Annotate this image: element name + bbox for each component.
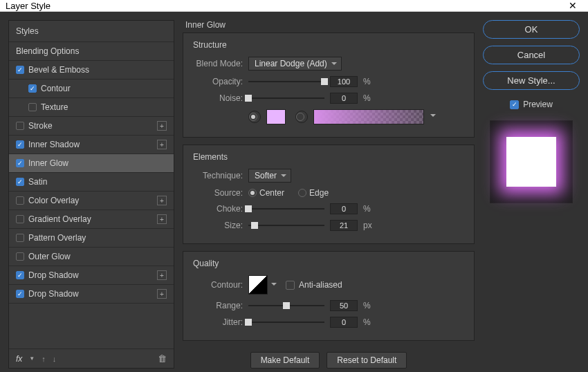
sidebar-item-label: Texture bbox=[41, 102, 68, 112]
checkbox-icon[interactable] bbox=[16, 215, 24, 223]
elements-panel: Elements Technique: Softer Source: Cente… bbox=[183, 145, 475, 244]
window-title: Layer Style bbox=[6, 1, 563, 11]
gradient-radio[interactable] bbox=[295, 111, 308, 123]
checkbox-icon[interactable] bbox=[16, 122, 24, 130]
sidebar-blending-options[interactable]: Blending Options bbox=[9, 42, 174, 61]
contour-label: Contour: bbox=[193, 280, 248, 290]
jitter-field[interactable]: 0 bbox=[330, 317, 358, 328]
checkbox-icon[interactable]: ✓ bbox=[16, 271, 24, 279]
opacity-field[interactable]: 100 bbox=[330, 76, 358, 87]
preview-swatch bbox=[506, 137, 556, 187]
technique-dropdown[interactable]: Softer bbox=[248, 169, 291, 183]
ok-button[interactable]: OK bbox=[483, 20, 580, 39]
source-label: Source: bbox=[193, 188, 248, 198]
sidebar-item-label: Bevel & Emboss bbox=[28, 65, 89, 75]
sidebar-item-color-overlay[interactable]: Color Overlay+ bbox=[9, 192, 174, 210]
default-buttons: Make Default Reset to Default bbox=[183, 352, 475, 369]
choke-slider[interactable] bbox=[248, 204, 324, 214]
checkbox-icon[interactable] bbox=[16, 252, 24, 261]
cancel-button[interactable]: Cancel bbox=[483, 46, 580, 64]
close-icon[interactable]: ✕ bbox=[563, 0, 582, 11]
sidebar-item-label: Gradient Overlay bbox=[28, 214, 91, 224]
sidebar-item-stroke[interactable]: Stroke+ bbox=[9, 117, 174, 136]
technique-label: Technique: bbox=[193, 171, 248, 180]
checkbox-icon[interactable]: ✓ bbox=[16, 290, 24, 298]
plus-icon[interactable]: + bbox=[157, 214, 167, 224]
plus-icon[interactable]: + bbox=[157, 196, 167, 205]
color-swatch[interactable] bbox=[266, 109, 286, 124]
sidebar-item-label: Inner Glow bbox=[28, 158, 68, 168]
range-field[interactable]: 50 bbox=[330, 300, 358, 311]
sidebar-item-drop-shadow[interactable]: ✓Drop Shadow+ bbox=[9, 266, 174, 285]
sidebar-item-label: Contour bbox=[41, 84, 71, 93]
sidebar-footer: fx ▼ ↑ ↓ 🗑 bbox=[9, 348, 174, 368]
make-default-button[interactable]: Make Default bbox=[250, 352, 320, 369]
checkbox-icon[interactable]: ✓ bbox=[16, 66, 24, 74]
styles-sidebar: Styles Blending Options ✓Bevel & Emboss✓… bbox=[8, 20, 174, 369]
sidebar-item-label: Stroke bbox=[28, 121, 53, 131]
checkbox-icon[interactable]: ✓ bbox=[16, 159, 24, 167]
checkbox-icon[interactable]: ✓ bbox=[16, 178, 24, 186]
sidebar-item-pattern-overlay[interactable]: Pattern Overlay bbox=[9, 229, 174, 248]
checkbox-icon[interactable] bbox=[28, 103, 37, 111]
opacity-label: Opacity: bbox=[193, 77, 248, 86]
noise-field[interactable]: 0 bbox=[330, 93, 358, 104]
size-label: Size: bbox=[193, 221, 248, 230]
sidebar-header[interactable]: Styles bbox=[9, 21, 174, 42]
sidebar-item-label: Drop Shadow bbox=[28, 270, 79, 280]
jitter-label: Jitter: bbox=[193, 317, 248, 327]
sidebar-item-bevel-emboss[interactable]: ✓Bevel & Emboss bbox=[9, 61, 174, 80]
contour-picker[interactable] bbox=[248, 275, 268, 295]
source-edge-radio[interactable] bbox=[298, 189, 306, 197]
sidebar-item-drop-shadow[interactable]: ✓Drop Shadow+ bbox=[9, 285, 174, 304]
preview-label[interactable]: Preview bbox=[523, 100, 553, 109]
sidebar-item-gradient-overlay[interactable]: Gradient Overlay+ bbox=[9, 210, 174, 229]
sidebar-item-label: Drop Shadow bbox=[28, 289, 79, 299]
source-center-radio[interactable] bbox=[248, 189, 257, 197]
noise-label: Noise: bbox=[193, 93, 248, 103]
new-style-button[interactable]: New Style... bbox=[483, 71, 580, 90]
blendmode-dropdown[interactable]: Linear Dodge (Add) bbox=[248, 57, 342, 71]
noise-slider[interactable] bbox=[248, 93, 324, 103]
sidebar-item-label: Color Overlay bbox=[28, 196, 79, 205]
sidebar-item-label: Outer Glow bbox=[28, 252, 71, 261]
checkbox-icon[interactable] bbox=[16, 196, 24, 205]
main-panel: Inner Glow Structure Blend Mode: Linear … bbox=[183, 20, 475, 369]
range-slider[interactable] bbox=[248, 301, 324, 310]
quality-header: Quality bbox=[193, 259, 464, 268]
plus-icon[interactable]: + bbox=[157, 270, 167, 280]
plus-icon[interactable]: + bbox=[157, 140, 167, 149]
titlebar: Layer Style ✕ bbox=[0, 0, 588, 12]
sidebar-item-inner-shadow[interactable]: ✓Inner Shadow+ bbox=[9, 136, 174, 154]
preview-checkbox[interactable]: ✓ bbox=[510, 100, 519, 109]
choke-field[interactable]: 0 bbox=[330, 203, 358, 214]
size-field[interactable]: 21 bbox=[330, 220, 358, 231]
sidebar-item-inner-glow[interactable]: ✓Inner Glow bbox=[9, 154, 174, 173]
sidebar-item-satin[interactable]: ✓Satin bbox=[9, 173, 174, 192]
checkbox-icon[interactable]: ✓ bbox=[28, 84, 37, 93]
plus-icon[interactable]: + bbox=[157, 289, 167, 299]
arrow-down-icon[interactable]: ↓ bbox=[53, 355, 57, 363]
size-slider[interactable] bbox=[248, 221, 324, 230]
chevron-down-icon[interactable]: ▼ bbox=[29, 355, 35, 362]
structure-header: Structure bbox=[193, 40, 464, 50]
color-radio[interactable] bbox=[248, 111, 261, 123]
sidebar-item-outer-glow[interactable]: Outer Glow bbox=[9, 248, 174, 266]
opacity-slider[interactable] bbox=[248, 77, 324, 86]
plus-icon[interactable]: + bbox=[157, 121, 167, 131]
elements-header: Elements bbox=[193, 152, 464, 162]
arrow-up-icon[interactable]: ↑ bbox=[42, 355, 46, 363]
reset-default-button[interactable]: Reset to Default bbox=[327, 352, 407, 369]
fx-icon[interactable]: fx bbox=[16, 354, 22, 364]
antialiased-checkbox[interactable] bbox=[286, 281, 295, 290]
sidebar-item-label: Pattern Overlay bbox=[28, 233, 86, 243]
layer-style-dialog: Layer Style ✕ Styles Blending Options ✓B… bbox=[0, 0, 588, 372]
checkbox-icon[interactable]: ✓ bbox=[16, 140, 24, 149]
jitter-slider[interactable] bbox=[248, 317, 324, 327]
trash-icon[interactable]: 🗑 bbox=[158, 353, 167, 364]
sidebar-item-label: Satin bbox=[28, 177, 47, 187]
sidebar-item-texture[interactable]: Texture bbox=[9, 98, 174, 117]
checkbox-icon[interactable] bbox=[16, 234, 24, 242]
sidebar-item-contour[interactable]: ✓Contour bbox=[9, 80, 174, 98]
gradient-picker[interactable] bbox=[313, 109, 424, 124]
